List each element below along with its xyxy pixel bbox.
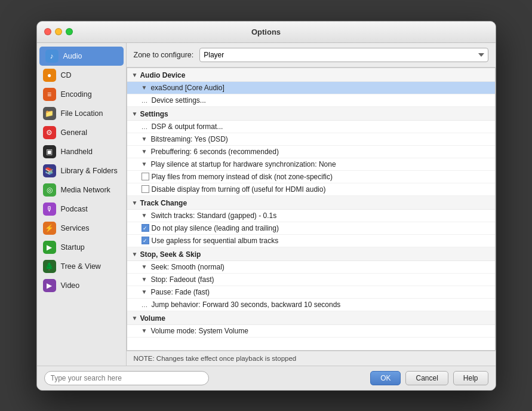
row-text: Play silence at startup for hardware syn… bbox=[150, 160, 336, 168]
handheld-icon: ▣ bbox=[43, 145, 56, 158]
sidebar-item-video[interactable]: ▶Video bbox=[37, 276, 126, 295]
sidebar-item-general[interactable]: ⚙General bbox=[37, 123, 126, 142]
titlebar: Options bbox=[37, 22, 496, 43]
row-arrow-icon: ▼ bbox=[142, 136, 147, 142]
sidebar-item-library-folders[interactable]: 📚Library & Folders bbox=[37, 161, 126, 180]
row-text: Switch tracks: Standard (gapped) - 0.1s bbox=[150, 211, 276, 220]
zone-bar: Zone to configure: Player bbox=[127, 43, 496, 68]
encoding-icon: ≡ bbox=[43, 88, 56, 101]
sidebar-label-media-network: Media Network bbox=[61, 186, 110, 194]
sidebar-item-audio[interactable]: ♪Audio bbox=[39, 47, 124, 66]
row-dots-icon: … bbox=[142, 97, 148, 104]
row-arrow-icon: ▼ bbox=[142, 327, 147, 334]
row-arrow-icon: ▼ bbox=[142, 212, 147, 219]
setting-row-settings-3[interactable]: ▼Play silence at startup for hardware sy… bbox=[127, 158, 495, 171]
row-text: Seek: Smooth (normal) bbox=[150, 263, 224, 271]
settings-scroll[interactable]: ▼ Audio Device▼exaSound [Core Audio]…Dev… bbox=[127, 68, 496, 351]
ok-button[interactable]: OK bbox=[370, 371, 401, 385]
sidebar-item-tree-view[interactable]: 🌲Tree & View bbox=[37, 257, 126, 276]
note-bar: NOTE: Changes take effect once playback … bbox=[127, 351, 496, 366]
sidebar-item-cd[interactable]: ●CD bbox=[37, 66, 126, 85]
main-panel: Zone to configure: Player ▼ Audio Device… bbox=[127, 43, 496, 366]
section-title-stop-seek-skip: Stop, Seek & Skip bbox=[140, 250, 201, 259]
cd-icon: ● bbox=[43, 69, 56, 82]
row-arrow-icon: ▼ bbox=[142, 263, 147, 270]
setting-row-volume-0[interactable]: ▼Volume mode: System Volume bbox=[127, 325, 495, 338]
setting-row-audio-device-1[interactable]: …Device settings... bbox=[127, 94, 495, 107]
checkbox-settings-5[interactable] bbox=[142, 185, 149, 193]
setting-row-settings-4[interactable]: Play files from memory instead of disk (… bbox=[127, 171, 495, 183]
setting-row-stop-seek-skip-3[interactable]: …Jump behavior: Forward 30 seconds, back… bbox=[127, 299, 495, 311]
section-title-track-change: Track Change bbox=[140, 199, 187, 207]
sidebar-item-startup[interactable]: ▶Startup bbox=[37, 238, 126, 257]
checkbox-track-change-2[interactable] bbox=[142, 237, 149, 244]
row-text: Do not play silence (leading and trailin… bbox=[152, 224, 279, 232]
main-content: ♪Audio●CD≡Encoding📁File Location⚙General… bbox=[37, 43, 496, 366]
setting-row-stop-seek-skip-2[interactable]: ▼Pause: Fade (fast) bbox=[127, 286, 495, 299]
setting-row-settings-2[interactable]: ▼Prebuffering: 6 seconds (recommended) bbox=[127, 146, 495, 158]
setting-row-stop-seek-skip-0[interactable]: ▼Seek: Smooth (normal) bbox=[127, 261, 495, 274]
sidebar-label-encoding: Encoding bbox=[61, 90, 92, 99]
sidebar-label-general: General bbox=[61, 128, 87, 137]
traffic-lights bbox=[44, 28, 73, 35]
row-text: Play files from memory instead of disk (… bbox=[152, 173, 333, 181]
sidebar-item-encoding[interactable]: ≡Encoding bbox=[37, 85, 126, 104]
sidebar-label-services: Services bbox=[61, 224, 90, 232]
sidebar-label-video: Video bbox=[61, 281, 80, 290]
section-header-audio-device[interactable]: ▼ Audio Device bbox=[127, 68, 495, 82]
section-arrow-volume: ▼ bbox=[132, 315, 138, 321]
minimize-button[interactable] bbox=[55, 28, 62, 35]
row-text: Pause: Fade (fast) bbox=[150, 288, 210, 296]
row-arrow-icon: ▼ bbox=[142, 84, 147, 91]
file-location-icon: 📁 bbox=[43, 107, 56, 120]
checkbox-settings-4[interactable] bbox=[142, 173, 149, 180]
audio-icon: ♪ bbox=[45, 50, 59, 63]
sidebar-item-file-location[interactable]: 📁File Location bbox=[37, 104, 126, 123]
setting-row-stop-seek-skip-1[interactable]: ▼Stop: Fadeout (fast) bbox=[127, 274, 495, 286]
setting-row-settings-0[interactable]: …DSP & output format... bbox=[127, 121, 495, 133]
sidebar-item-media-network[interactable]: ◎Media Network bbox=[37, 180, 126, 200]
setting-row-settings-1[interactable]: ▼Bitstreaming: Yes (DSD) bbox=[127, 133, 495, 146]
row-arrow-icon: ▼ bbox=[142, 276, 147, 283]
row-arrow-icon: ▼ bbox=[142, 289, 147, 295]
section-arrow-audio-device: ▼ bbox=[132, 72, 138, 78]
library-folders-icon: 📚 bbox=[43, 164, 56, 177]
startup-icon: ▶ bbox=[43, 241, 56, 254]
general-icon: ⚙ bbox=[43, 126, 56, 139]
section-title-audio-device: Audio Device bbox=[140, 71, 185, 79]
sidebar-item-podcast[interactable]: 🎙Podcast bbox=[37, 200, 126, 219]
row-text: Jump behavior: Forward 30 seconds, backw… bbox=[152, 300, 341, 309]
sidebar-item-handheld[interactable]: ▣Handheld bbox=[37, 142, 126, 161]
section-header-volume[interactable]: ▼ Volume bbox=[127, 311, 495, 325]
sidebar-label-tree-view: Tree & View bbox=[61, 262, 101, 271]
setting-row-settings-5[interactable]: Disable display from turning off (useful… bbox=[127, 183, 495, 196]
search-input[interactable] bbox=[44, 371, 209, 385]
row-text: Volume mode: System Volume bbox=[150, 327, 248, 335]
row-text: Disable display from turning off (useful… bbox=[152, 185, 326, 194]
zone-select[interactable]: Player bbox=[199, 48, 488, 62]
row-dots-icon: … bbox=[142, 301, 148, 308]
checkbox-track-change-1[interactable] bbox=[142, 224, 149, 232]
section-header-track-change[interactable]: ▼ Track Change bbox=[127, 196, 495, 210]
section-title-volume: Volume bbox=[140, 314, 165, 323]
note-text: NOTE: Changes take effect once playback … bbox=[134, 355, 297, 362]
zone-label: Zone to configure: bbox=[134, 51, 194, 59]
setting-row-track-change-1[interactable]: Do not play silence (leading and trailin… bbox=[127, 222, 495, 235]
sidebar-item-services[interactable]: ⚡Services bbox=[37, 219, 126, 238]
section-header-settings[interactable]: ▼ Settings bbox=[127, 107, 495, 121]
row-arrow-icon: ▼ bbox=[142, 148, 147, 155]
close-button[interactable] bbox=[44, 28, 51, 35]
setting-row-audio-device-0[interactable]: ▼exaSound [Core Audio] bbox=[127, 82, 495, 94]
cancel-button[interactable]: Cancel bbox=[405, 371, 448, 385]
tree-view-icon: 🌲 bbox=[43, 260, 56, 273]
setting-row-track-change-2[interactable]: Use gapless for sequential album tracks bbox=[127, 235, 495, 247]
row-text: Use gapless for sequential album tracks bbox=[152, 237, 279, 245]
services-icon: ⚡ bbox=[43, 222, 56, 235]
help-button[interactable]: Help bbox=[453, 371, 488, 385]
section-header-stop-seek-skip[interactable]: ▼ Stop, Seek & Skip bbox=[127, 247, 495, 261]
row-text: Device settings... bbox=[152, 96, 206, 105]
section-arrow-stop-seek-skip: ▼ bbox=[132, 251, 138, 257]
options-window: Options ♪Audio●CD≡Encoding📁File Location… bbox=[36, 21, 496, 391]
setting-row-track-change-0[interactable]: ▼Switch tracks: Standard (gapped) - 0.1s bbox=[127, 210, 495, 222]
maximize-button[interactable] bbox=[66, 28, 73, 35]
